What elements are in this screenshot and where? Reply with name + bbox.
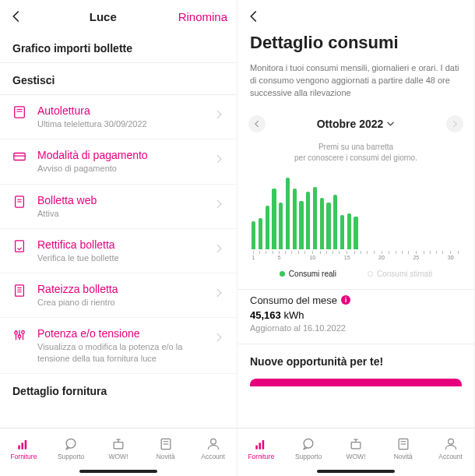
chart-bar[interactable] — [259, 218, 262, 249]
consumption-date: Aggiornato al 16.10.2022 — [250, 323, 462, 333]
account-icon — [443, 436, 459, 452]
section-header-detail: Dettaglio fornitura — [0, 374, 237, 405]
chart-bar[interactable] — [279, 203, 283, 249]
tab-label: WOW! — [346, 453, 365, 460]
legend-real: Consumi reali — [280, 270, 336, 278]
novità-icon — [396, 436, 411, 452]
chart-bar[interactable] — [299, 201, 303, 249]
row-bolletta-web[interactable]: Bolletta web Attiva — [0, 185, 237, 229]
card-icon — [12, 150, 28, 164]
navbar — [238, 0, 474, 31]
consumption-value: 45,163 kWh — [250, 309, 462, 321]
row-title: Rateizza bolletta — [37, 283, 213, 295]
svg-point-31 — [304, 439, 313, 448]
back-button[interactable] — [9, 9, 28, 23]
nav-title: Luce — [28, 10, 178, 23]
chart-bar[interactable] — [333, 195, 337, 249]
chart-bar[interactable] — [272, 189, 276, 249]
row-sub: Ultima telelettura 30/09/2022 — [37, 118, 213, 129]
chart-bar[interactable] — [266, 206, 269, 249]
month-nav: Ottobre 2022 — [238, 111, 474, 137]
chevron-left-icon — [9, 9, 23, 23]
row-rateizza[interactable]: Rateizza bolletta Crea piano di rientro — [0, 273, 237, 318]
tab-label: WOW! — [108, 453, 128, 460]
svg-rect-23 — [114, 442, 123, 448]
tab-label: Account — [201, 453, 225, 460]
info-icon[interactable]: i — [341, 295, 350, 305]
section-header-chart: Grafico importi bollette — [0, 31, 237, 63]
chart-bar[interactable] — [286, 178, 290, 249]
row-payment[interactable]: Modalità di pagamento Avviso di pagament… — [0, 139, 237, 184]
chart-bar[interactable] — [320, 198, 324, 249]
row-title: Modalità di pagamento — [37, 149, 213, 161]
tab-forniture[interactable]: Forniture — [0, 428, 48, 467]
next-month-button[interactable] — [446, 115, 463, 132]
wow!-icon — [348, 436, 364, 452]
chart-hint: Premi su una barretta per conoscere i co… — [238, 137, 474, 171]
svg-rect-28 — [256, 445, 259, 449]
chart-bar[interactable] — [347, 213, 351, 249]
row-autolettura[interactable]: Autolettura Ultima telelettura 30/09/202… — [0, 95, 237, 139]
row-sub: Verifica le tue bollette — [37, 252, 213, 263]
row-sub: Visualizza o modifica la potenza e/o la … — [37, 341, 213, 364]
chevron-right-icon — [213, 109, 224, 120]
wow!-icon — [111, 436, 126, 452]
chevron-right-icon — [213, 199, 224, 210]
chart-bar[interactable] — [306, 192, 310, 249]
chart-bar[interactable] — [326, 203, 330, 249]
tab-account[interactable]: Account — [189, 428, 237, 467]
chart-bar[interactable] — [293, 189, 297, 249]
chart-bar[interactable] — [252, 221, 255, 249]
svg-rect-0 — [15, 107, 25, 118]
chevron-right-icon — [213, 153, 224, 164]
installment-icon — [12, 284, 28, 298]
promo-card[interactable] — [250, 379, 462, 386]
chart-bar[interactable] — [340, 215, 344, 249]
svg-rect-29 — [259, 443, 262, 449]
tab-supporto[interactable]: Supporto — [48, 428, 95, 467]
section-header-manage: Gestisci — [0, 63, 237, 95]
tabbar: FornitureSupportoWOW!NovitàAccount — [238, 428, 474, 476]
tab-label: Supporto — [58, 453, 85, 460]
page-title: Dettaglio consumi — [238, 31, 474, 59]
tab-wow![interactable]: WOW! — [332, 428, 380, 467]
bar-chart: 151015202530 — [238, 171, 474, 260]
dot-icon — [280, 271, 285, 277]
chevron-down-icon — [386, 119, 395, 128]
meter-icon — [12, 105, 28, 119]
chevron-right-icon — [451, 120, 459, 128]
month-label-text: Ottobre 2022 — [317, 118, 384, 130]
prev-month-button[interactable] — [248, 115, 266, 132]
row-title: Autolettura — [37, 104, 213, 117]
tab-supporto[interactable]: Supporto — [285, 428, 332, 467]
legend-est: Consumi stimati — [368, 270, 432, 278]
row-sub: Crea piano di rientro — [37, 297, 213, 308]
tab-novità[interactable]: Novità — [379, 428, 427, 467]
tab-novità[interactable]: Novità — [142, 428, 189, 467]
tab-account[interactable]: Account — [427, 428, 474, 467]
svg-point-36 — [448, 439, 453, 444]
svg-rect-3 — [14, 153, 25, 160]
chevron-right-icon — [213, 243, 224, 254]
chart-bar[interactable] — [313, 187, 317, 249]
novità-icon — [158, 436, 174, 452]
tab-forniture[interactable]: Forniture — [238, 428, 285, 467]
row-sub: Avviso di pagamento — [37, 163, 213, 174]
document-icon — [12, 195, 28, 209]
sliders-icon — [12, 328, 28, 342]
supporto-icon — [301, 436, 316, 452]
row-potenza[interactable]: Potenza e/o tensione Visualizza o modifi… — [0, 318, 237, 374]
rename-button[interactable]: Rinomina — [178, 10, 227, 23]
row-sub: Attiva — [37, 208, 213, 219]
month-selector[interactable]: Ottobre 2022 — [317, 118, 396, 130]
svg-rect-30 — [262, 440, 265, 450]
tab-wow![interactable]: WOW! — [95, 428, 142, 467]
row-rettifica[interactable]: Rettifica bolletta Verifica le tue bolle… — [0, 229, 237, 273]
page-desc: Monitora i tuoi consumi mensili, giornal… — [238, 59, 474, 111]
chart-bar[interactable] — [354, 217, 357, 249]
tab-label: Forniture — [10, 453, 37, 460]
back-button[interactable] — [247, 9, 266, 23]
svg-rect-20 — [22, 443, 24, 449]
chart-legend: Consumi reali Consumi stimati — [238, 260, 474, 289]
tab-label: Account — [438, 453, 463, 460]
